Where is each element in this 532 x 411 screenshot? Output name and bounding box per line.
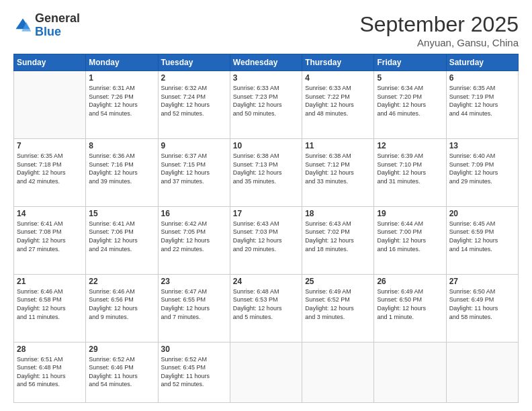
- calendar-cell: 22Sunrise: 6:46 AM Sunset: 6:56 PM Dayli…: [86, 274, 158, 342]
- day-info: Sunrise: 6:38 AM Sunset: 7:13 PM Dayligh…: [233, 152, 299, 185]
- weekday-header: Thursday: [302, 54, 374, 71]
- day-number: 26: [377, 277, 443, 286]
- calendar-table: SundayMondayTuesdayWednesdayThursdayFrid…: [13, 54, 519, 403]
- day-info: Sunrise: 6:51 AM Sunset: 6:48 PM Dayligh…: [17, 355, 83, 389]
- day-number: 2: [161, 73, 227, 83]
- day-info: Sunrise: 6:37 AM Sunset: 7:15 PM Dayligh…: [161, 152, 227, 185]
- calendar-cell: 12Sunrise: 6:39 AM Sunset: 7:10 PM Dayli…: [374, 138, 446, 206]
- day-number: 24: [233, 277, 299, 286]
- day-number: 22: [89, 277, 154, 286]
- day-number: 29: [89, 345, 154, 354]
- logo-general: General: [35, 11, 80, 25]
- day-number: 30: [161, 345, 227, 354]
- day-number: 25: [305, 277, 371, 286]
- calendar-cell: 24Sunrise: 6:48 AM Sunset: 6:53 PM Dayli…: [230, 274, 302, 342]
- day-number: 21: [17, 277, 83, 286]
- calendar-cell: [14, 71, 86, 139]
- day-number: 13: [449, 141, 515, 150]
- day-info: Sunrise: 6:49 AM Sunset: 6:52 PM Dayligh…: [305, 287, 371, 321]
- title-block: September 2025 Anyuan, Gansu, China: [359, 12, 519, 48]
- calendar-cell: 9Sunrise: 6:37 AM Sunset: 7:15 PM Daylig…: [158, 138, 230, 206]
- calendar-cell: 5Sunrise: 6:34 AM Sunset: 7:20 PM Daylig…: [374, 71, 446, 139]
- day-info: Sunrise: 6:46 AM Sunset: 6:58 PM Dayligh…: [17, 287, 83, 321]
- page-header: General Blue September 2025 Anyuan, Gans…: [13, 12, 519, 48]
- day-info: Sunrise: 6:36 AM Sunset: 7:16 PM Dayligh…: [89, 152, 154, 185]
- day-info: Sunrise: 6:35 AM Sunset: 7:18 PM Dayligh…: [17, 152, 83, 185]
- calendar-cell: 4Sunrise: 6:33 AM Sunset: 7:22 PM Daylig…: [302, 71, 374, 139]
- day-number: 5: [377, 73, 443, 83]
- calendar-cell: 1Sunrise: 6:31 AM Sunset: 7:26 PM Daylig…: [86, 71, 158, 139]
- calendar-cell: [374, 342, 446, 402]
- weekday-header: Wednesday: [230, 54, 302, 71]
- day-number: 27: [449, 277, 515, 286]
- day-info: Sunrise: 6:41 AM Sunset: 7:06 PM Dayligh…: [89, 220, 154, 253]
- calendar-cell: [230, 342, 302, 402]
- calendar-cell: 25Sunrise: 6:49 AM Sunset: 6:52 PM Dayli…: [302, 274, 374, 342]
- logo-icon: [13, 16, 32, 35]
- calendar-cell: 17Sunrise: 6:43 AM Sunset: 7:03 PM Dayli…: [230, 206, 302, 274]
- day-number: 4: [305, 73, 371, 83]
- day-number: 9: [161, 141, 227, 150]
- day-info: Sunrise: 6:45 AM Sunset: 6:59 PM Dayligh…: [449, 220, 515, 253]
- day-number: 6: [449, 73, 515, 83]
- day-info: Sunrise: 6:50 AM Sunset: 6:49 PM Dayligh…: [449, 287, 515, 321]
- calendar-cell: 6Sunrise: 6:35 AM Sunset: 7:19 PM Daylig…: [446, 71, 518, 139]
- day-number: 15: [89, 209, 154, 218]
- calendar-cell: 15Sunrise: 6:41 AM Sunset: 7:06 PM Dayli…: [86, 206, 158, 274]
- day-info: Sunrise: 6:43 AM Sunset: 7:03 PM Dayligh…: [233, 220, 299, 253]
- calendar-cell: 21Sunrise: 6:46 AM Sunset: 6:58 PM Dayli…: [14, 274, 86, 342]
- day-info: Sunrise: 6:42 AM Sunset: 7:05 PM Dayligh…: [161, 220, 227, 253]
- day-number: 10: [233, 141, 299, 150]
- calendar-cell: 3Sunrise: 6:33 AM Sunset: 7:23 PM Daylig…: [230, 71, 302, 139]
- calendar-cell: 27Sunrise: 6:50 AM Sunset: 6:49 PM Dayli…: [446, 274, 518, 342]
- day-info: Sunrise: 6:38 AM Sunset: 7:12 PM Dayligh…: [305, 152, 371, 185]
- location: Anyuan, Gansu, China: [359, 37, 519, 48]
- weekday-header: Sunday: [14, 54, 86, 71]
- calendar-cell: 23Sunrise: 6:47 AM Sunset: 6:55 PM Dayli…: [158, 274, 230, 342]
- calendar-cell: 16Sunrise: 6:42 AM Sunset: 7:05 PM Dayli…: [158, 206, 230, 274]
- calendar-cell: 28Sunrise: 6:51 AM Sunset: 6:48 PM Dayli…: [14, 342, 86, 402]
- calendar-cell: 26Sunrise: 6:49 AM Sunset: 6:50 PM Dayli…: [374, 274, 446, 342]
- calendar-cell: 7Sunrise: 6:35 AM Sunset: 7:18 PM Daylig…: [14, 138, 86, 206]
- weekday-header: Saturday: [446, 54, 518, 71]
- calendar-cell: 30Sunrise: 6:52 AM Sunset: 6:45 PM Dayli…: [158, 342, 230, 402]
- day-info: Sunrise: 6:39 AM Sunset: 7:10 PM Dayligh…: [377, 152, 443, 185]
- day-number: 12: [377, 141, 443, 150]
- day-number: 23: [161, 277, 227, 286]
- day-number: 16: [161, 209, 227, 218]
- day-info: Sunrise: 6:44 AM Sunset: 7:00 PM Dayligh…: [377, 220, 443, 253]
- day-info: Sunrise: 6:33 AM Sunset: 7:23 PM Dayligh…: [233, 84, 299, 118]
- day-info: Sunrise: 6:52 AM Sunset: 6:46 PM Dayligh…: [89, 355, 154, 389]
- day-number: 7: [17, 141, 83, 150]
- logo-blue: Blue: [35, 25, 61, 38]
- weekday-header: Friday: [374, 54, 446, 71]
- day-number: 20: [449, 209, 515, 218]
- day-number: 19: [377, 209, 443, 218]
- day-number: 11: [305, 141, 371, 150]
- day-info: Sunrise: 6:49 AM Sunset: 6:50 PM Dayligh…: [377, 287, 443, 321]
- day-info: Sunrise: 6:47 AM Sunset: 6:55 PM Dayligh…: [161, 287, 227, 321]
- calendar-cell: 11Sunrise: 6:38 AM Sunset: 7:12 PM Dayli…: [302, 138, 374, 206]
- day-number: 17: [233, 209, 299, 218]
- calendar-cell: 10Sunrise: 6:38 AM Sunset: 7:13 PM Dayli…: [230, 138, 302, 206]
- calendar-cell: 29Sunrise: 6:52 AM Sunset: 6:46 PM Dayli…: [86, 342, 158, 402]
- day-info: Sunrise: 6:43 AM Sunset: 7:02 PM Dayligh…: [305, 220, 371, 253]
- day-info: Sunrise: 6:52 AM Sunset: 6:45 PM Dayligh…: [161, 355, 227, 389]
- day-number: 28: [17, 345, 83, 354]
- calendar-cell: 14Sunrise: 6:41 AM Sunset: 7:08 PM Dayli…: [14, 206, 86, 274]
- logo: General Blue: [13, 12, 80, 39]
- weekday-header: Tuesday: [158, 54, 230, 71]
- day-info: Sunrise: 6:46 AM Sunset: 6:56 PM Dayligh…: [89, 287, 154, 321]
- day-number: 1: [89, 73, 154, 83]
- weekday-header: Monday: [86, 54, 158, 71]
- day-info: Sunrise: 6:33 AM Sunset: 7:22 PM Dayligh…: [305, 84, 371, 118]
- day-info: Sunrise: 6:40 AM Sunset: 7:09 PM Dayligh…: [449, 152, 515, 185]
- calendar-cell: 19Sunrise: 6:44 AM Sunset: 7:00 PM Dayli…: [374, 206, 446, 274]
- day-info: Sunrise: 6:34 AM Sunset: 7:20 PM Dayligh…: [377, 84, 443, 118]
- calendar-cell: 13Sunrise: 6:40 AM Sunset: 7:09 PM Dayli…: [446, 138, 518, 206]
- calendar-cell: 20Sunrise: 6:45 AM Sunset: 6:59 PM Dayli…: [446, 206, 518, 274]
- day-number: 8: [89, 141, 154, 150]
- calendar-cell: 2Sunrise: 6:32 AM Sunset: 7:24 PM Daylig…: [158, 71, 230, 139]
- calendar-cell: 8Sunrise: 6:36 AM Sunset: 7:16 PM Daylig…: [86, 138, 158, 206]
- day-info: Sunrise: 6:35 AM Sunset: 7:19 PM Dayligh…: [449, 84, 515, 118]
